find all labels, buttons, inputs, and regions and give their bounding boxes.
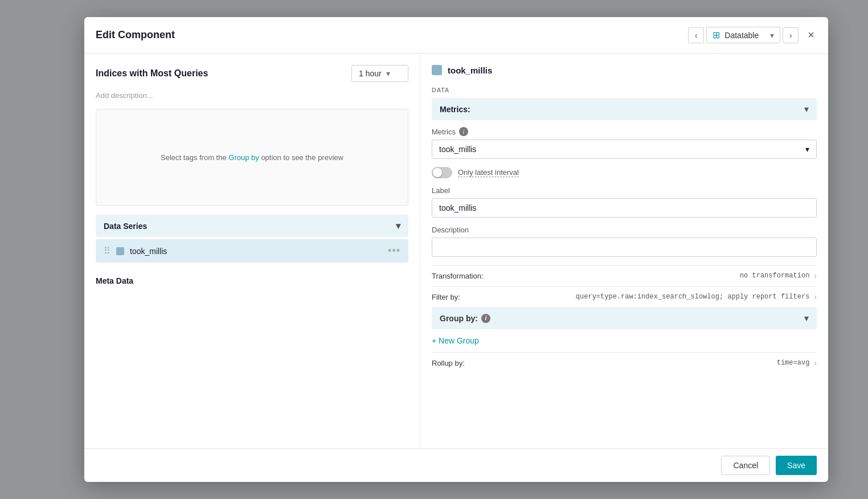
type-selector[interactable]: ⊞ Datatable ▾ [706,27,780,43]
metrics-select[interactable]: took_millis ▾ [432,140,817,159]
description-field: Description [432,226,817,257]
nav-next-icon: › [789,31,792,40]
transformation-value: no transformation [499,272,809,280]
save-button[interactable]: Save [776,456,817,475]
preview-text-after: option to see the preview [259,153,343,162]
cancel-button[interactable]: Cancel [721,456,770,475]
transformation-label: Transformation: [432,272,494,280]
toggle-label: Only latest interval [458,168,519,177]
latest-interval-toggle[interactable] [432,167,452,178]
transformation-caret-icon: › [814,271,817,280]
series-header-name: took_millis [448,66,492,75]
metrics-caret-icon: ▾ [804,104,809,114]
preview-message: Select tags from the Group by option to … [161,153,343,162]
edit-component-modal: Edit Component ‹ ⊞ Datatable ▾ › × Indic… [84,17,828,482]
component-title: Indices with Most Queries [96,68,208,79]
component-header: Indices with Most Queries 1 hour ▾ [96,65,408,82]
group-by-label: Group by: i [440,314,490,323]
modal-nav: ‹ ⊞ Datatable ▾ › [688,27,799,43]
filter-value: query=type.raw:index_search_slowlog; app… [499,293,809,301]
transformation-row[interactable]: Transformation: no transformation › [432,265,817,286]
metrics-select-caret: ▾ [805,145,809,154]
add-description[interactable]: Add description... [96,91,408,100]
series-header: took_millis [432,65,817,75]
series-color-swatch [116,247,124,255]
data-series-caret-icon: ▾ [396,220,400,231]
modal-header: Edit Component ‹ ⊞ Datatable ▾ › × [84,17,828,54]
nav-prev-icon: ‹ [695,31,698,40]
datatable-icon: ⊞ [713,30,720,40]
right-panel: took_millis DATA Metrics: ▾ Metrics i to… [420,54,828,448]
preview-text-before: Select tags from the [161,153,228,162]
rollup-value: time=avg [499,359,809,367]
drag-handle-icon[interactable]: ⠿ [104,246,110,256]
meta-data-label: Meta Data [96,272,408,290]
toggle-row: Only latest interval [432,167,817,178]
time-label: 1 hour [359,69,382,78]
description-field-label: Description [432,226,817,234]
metrics-info-icon[interactable]: i [459,127,468,136]
data-section-label: DATA [432,87,817,93]
group-by-info-icon[interactable]: i [481,314,490,323]
filter-label: Filter by: [432,293,494,301]
type-caret-icon: ▾ [770,31,774,40]
data-series-label: Data Series [104,222,147,231]
filter-caret-icon: › [814,292,817,301]
type-label: Datatable [724,31,765,40]
series-name: took_millis [130,247,382,256]
metrics-field: Metrics i took_millis ▾ [432,127,817,159]
preview-area: Select tags from the Group by option to … [96,109,408,206]
metrics-collapsible[interactable]: Metrics: ▾ [432,98,817,120]
group-by-caret-icon: ▾ [804,313,809,324]
label-input[interactable] [432,198,817,218]
filter-by-row[interactable]: Filter by: query=type.raw:index_search_s… [432,286,817,307]
modal-body: Indices with Most Queries 1 hour ▾ Add d… [84,54,828,448]
nav-next-button[interactable]: › [783,27,799,43]
modal-footer: Cancel Save [84,448,828,482]
label-field-label: Label [432,186,817,195]
metrics-select-value: took_millis [439,145,476,154]
group-by-link[interactable]: Group by [228,153,259,162]
data-series-section: Data Series ▾ ⠿ took_millis ••• [96,215,408,263]
metrics-label: Metrics: [440,105,470,114]
group-by-row[interactable]: Group by: i ▾ [432,307,817,329]
modal-title: Edit Component [96,29,688,41]
series-color-box [432,65,442,75]
data-series-header[interactable]: Data Series ▾ [96,215,408,237]
series-item[interactable]: ⠿ took_millis ••• [96,239,408,263]
metrics-field-label: Metrics i [432,127,817,136]
time-selector[interactable]: 1 hour ▾ [351,65,408,82]
time-caret-icon: ▾ [386,69,390,78]
nav-prev-button[interactable]: ‹ [688,27,704,43]
left-panel: Indices with Most Queries 1 hour ▾ Add d… [84,54,420,448]
toggle-knob [433,168,442,177]
label-field: Label [432,186,817,218]
close-button[interactable]: × [805,26,817,44]
rollup-label: Rollup by: [432,359,494,367]
new-group-button[interactable]: + New Group [432,333,817,349]
description-input[interactable] [432,238,817,257]
rollup-caret-icon: › [814,358,817,367]
series-more-icon[interactable]: ••• [388,245,400,257]
rollup-by-row[interactable]: Rollup by: time=avg › [432,352,817,373]
